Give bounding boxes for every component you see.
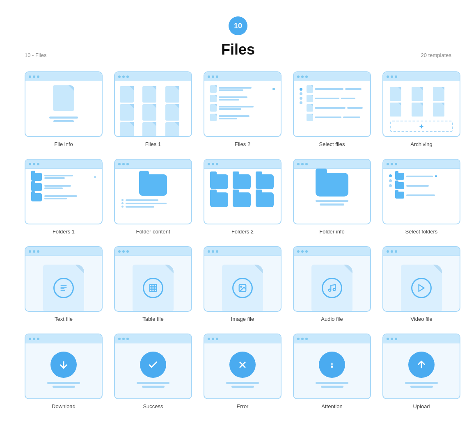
card-folders-1[interactable]: Folders 1 bbox=[25, 159, 103, 235]
titlebar bbox=[25, 72, 102, 81]
card-frame-download bbox=[25, 334, 103, 399]
folder-row-lines bbox=[44, 185, 92, 189]
mini-file bbox=[142, 104, 156, 121]
select-item bbox=[307, 104, 364, 112]
sf-item bbox=[395, 182, 454, 189]
titlebar bbox=[294, 334, 370, 343]
card-label-file-info: File info bbox=[54, 141, 73, 147]
card-file-info[interactable]: File info bbox=[25, 71, 103, 147]
action-lines bbox=[47, 382, 80, 388]
card-download[interactable]: Download bbox=[25, 334, 103, 409]
titlebar bbox=[115, 160, 191, 169]
card-body-select-files bbox=[294, 81, 370, 125]
add-archive-button[interactable]: + bbox=[390, 121, 453, 132]
titlebar bbox=[115, 72, 191, 81]
card-success[interactable]: Success bbox=[114, 334, 192, 409]
card-label-select-files: Select files bbox=[319, 141, 345, 147]
page-container: 10 Files 10 - Files 20 templates bbox=[0, 0, 476, 434]
folder-icon bbox=[31, 193, 42, 201]
card-label-archiving: Archiving bbox=[410, 141, 432, 147]
arch-file bbox=[412, 87, 423, 101]
card-frame-select-files bbox=[293, 71, 371, 137]
dot-indicator bbox=[272, 97, 275, 100]
sf-item bbox=[395, 192, 454, 199]
folder-grid-item bbox=[210, 174, 228, 189]
card-folder-info[interactable]: Folder info bbox=[293, 159, 371, 235]
file-row-icon bbox=[210, 114, 217, 121]
card-files-2[interactable]: Files 2 bbox=[204, 71, 281, 147]
card-audio-file[interactable]: Audio file bbox=[293, 246, 371, 322]
number-badge: 10 bbox=[229, 16, 247, 35]
select-item bbox=[307, 85, 364, 93]
card-folders-2[interactable]: Folders 2 bbox=[204, 159, 281, 235]
sf-item bbox=[395, 173, 454, 180]
card-error[interactable]: Error bbox=[204, 334, 281, 409]
folder-row bbox=[31, 173, 96, 181]
card-files-1[interactable]: Files 1 bbox=[114, 71, 192, 147]
sf-left bbox=[389, 173, 392, 199]
action-area bbox=[401, 347, 442, 392]
action-lines bbox=[316, 382, 348, 388]
folders2-grid bbox=[206, 170, 279, 211]
card-select-files[interactable]: Select files bbox=[293, 71, 371, 147]
folder-content-lines bbox=[121, 199, 185, 208]
file-type-card bbox=[133, 265, 174, 312]
sf-right bbox=[395, 173, 454, 199]
card-body-archiving: + bbox=[383, 81, 460, 137]
breadcrumb: 10 - Files bbox=[25, 52, 46, 58]
card-body-folders-2 bbox=[204, 169, 281, 213]
card-body-folder-content bbox=[115, 169, 191, 213]
card-text-file[interactable]: Text file bbox=[25, 246, 103, 322]
titlebar bbox=[383, 72, 460, 81]
card-frame-select-folders bbox=[382, 159, 460, 224]
arch-file bbox=[390, 103, 401, 117]
titlebar bbox=[294, 160, 370, 169]
select-files-list bbox=[296, 83, 368, 123]
card-label-success: Success bbox=[143, 403, 163, 409]
card-archiving[interactable]: + Archiving bbox=[382, 71, 460, 147]
card-video-file[interactable]: Video file bbox=[382, 246, 460, 322]
arch-grid bbox=[390, 87, 453, 117]
svg-rect-4 bbox=[150, 285, 157, 292]
templates-count: 20 templates bbox=[421, 52, 451, 58]
page-header: 10 Files 10 - Files 20 templates bbox=[25, 16, 451, 58]
svg-point-11 bbox=[329, 289, 331, 292]
titlebar bbox=[25, 334, 102, 343]
card-label-video-file: Video file bbox=[410, 316, 432, 322]
card-frame-video-file bbox=[382, 246, 460, 312]
card-select-folders[interactable]: Select folders bbox=[382, 159, 460, 235]
titlebar bbox=[25, 160, 102, 169]
titlebar bbox=[294, 72, 370, 81]
card-label-upload: Upload bbox=[413, 403, 430, 409]
file-row-icon bbox=[307, 114, 313, 121]
file-lines bbox=[49, 117, 78, 122]
mini-file bbox=[142, 86, 156, 103]
card-upload[interactable]: Upload bbox=[382, 334, 460, 409]
card-body-video-file bbox=[383, 256, 460, 312]
card-label-folders-2: Folders 2 bbox=[231, 229, 254, 235]
folder-content-area bbox=[118, 171, 188, 211]
folder-row-lines bbox=[44, 175, 92, 179]
card-label-image-file: Image file bbox=[231, 316, 254, 322]
card-frame-attention bbox=[293, 334, 371, 399]
arch-file bbox=[433, 103, 444, 117]
card-image-file[interactable]: Image file bbox=[204, 246, 281, 322]
card-label-audio-file: Audio file bbox=[321, 316, 343, 322]
mini-file bbox=[165, 86, 179, 103]
files2-list bbox=[207, 83, 278, 123]
card-folder-content[interactable]: Folder content bbox=[114, 159, 192, 235]
fc-item bbox=[121, 199, 185, 201]
card-body-table-file bbox=[115, 256, 191, 312]
select-left bbox=[300, 85, 302, 121]
file-icon bbox=[53, 85, 74, 111]
folder-row-lines bbox=[44, 195, 92, 199]
card-attention[interactable]: Attention bbox=[293, 334, 371, 409]
mini-file bbox=[120, 122, 134, 137]
card-label-select-folders: Select folders bbox=[405, 229, 438, 235]
card-frame-archiving: + bbox=[382, 71, 460, 137]
mini-file bbox=[165, 122, 179, 137]
card-label-attention: Attention bbox=[321, 403, 342, 409]
file-row bbox=[210, 104, 275, 112]
card-table-file[interactable]: Table file bbox=[114, 246, 192, 322]
action-area bbox=[222, 347, 263, 392]
